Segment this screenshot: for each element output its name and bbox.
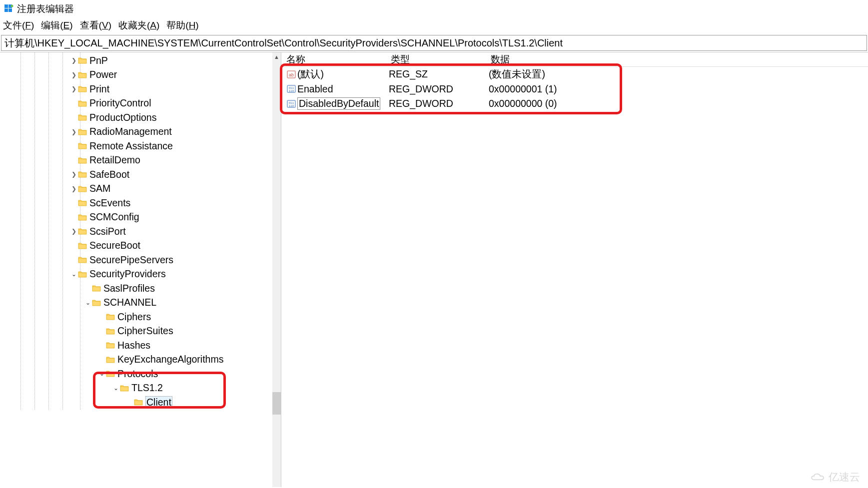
tree-item[interactable]: KeyExchangeAlgorithms xyxy=(0,353,272,367)
tree-item[interactable]: CipherSuites xyxy=(0,324,272,339)
value-row[interactable]: 011110EnabledREG_DWORD0x00000001 (1) xyxy=(281,82,868,97)
scroll-up-icon[interactable]: ▲ xyxy=(272,52,281,61)
tree-label: PnP xyxy=(89,55,108,66)
tree-item[interactable]: ❯Print xyxy=(0,82,272,96)
chevron-down-icon[interactable]: ⌄ xyxy=(84,299,92,306)
tree-item[interactable]: SecurePipeServers xyxy=(0,253,272,267)
folder-icon xyxy=(78,71,88,79)
tree-label: SecurePipeServers xyxy=(89,254,173,266)
tree-item[interactable]: Ciphers xyxy=(0,310,272,324)
chevron-down-icon[interactable]: ⌄ xyxy=(98,370,106,377)
tree-item[interactable]: Hashes xyxy=(0,338,272,353)
folder-icon xyxy=(78,199,88,207)
chevron-right-icon[interactable]: ❯ xyxy=(70,185,78,192)
chevron-down-icon[interactable]: ⌄ xyxy=(70,271,78,278)
tree-label: RetailDemo xyxy=(89,154,140,166)
folder-icon xyxy=(78,128,88,136)
tree-label: PriorityControl xyxy=(89,97,151,109)
window-title: 注册表编辑器 xyxy=(17,2,74,15)
folder-icon xyxy=(106,327,116,335)
tree-item[interactable]: ❯SafeBoot xyxy=(0,167,272,182)
address-path: 计算机\HKEY_LOCAL_MACHINE\SYSTEM\CurrentCon… xyxy=(4,36,563,50)
value-name: (默认) xyxy=(297,67,324,81)
tree-label: Print xyxy=(89,83,109,95)
tree-item[interactable]: ⌄SecurityProviders xyxy=(0,267,272,282)
tree-label: TLS1.2 xyxy=(131,382,163,394)
address-bar[interactable]: 计算机\HKEY_LOCAL_MACHINE\SYSTEM\CurrentCon… xyxy=(1,35,867,51)
tree-item[interactable]: SaslProfiles xyxy=(0,281,272,296)
chevron-right-icon[interactable]: ❯ xyxy=(70,71,78,78)
svg-rect-2 xyxy=(4,8,8,12)
tree-scrollbar[interactable]: ▲ xyxy=(272,52,281,487)
menu-help[interactable]: 帮助(H) xyxy=(166,19,198,32)
registry-tree[interactable]: ❯PnP❯Power❯PrintPriorityControlProductOp… xyxy=(0,52,272,410)
tree-label: Power xyxy=(89,69,117,80)
value-data: (数值未设置) xyxy=(489,67,868,81)
col-type[interactable]: 类型 xyxy=(389,53,489,66)
folder-icon xyxy=(78,170,88,178)
detail-pane: 名称 类型 数据 ab(默认)REG_SZ(数值未设置)011110Enable… xyxy=(281,52,868,487)
folder-icon xyxy=(134,398,144,406)
value-row[interactable]: ab(默认)REG_SZ(数值未设置) xyxy=(281,67,868,82)
tree-item[interactable]: ⌄SCHANNEL xyxy=(0,296,272,310)
tree-item[interactable]: ❯Power xyxy=(0,68,272,82)
tree-label: Ciphers xyxy=(117,311,151,323)
tree-item[interactable]: PriorityControl xyxy=(0,96,272,111)
folder-icon xyxy=(106,370,116,378)
tree-item[interactable]: ❯SAM xyxy=(0,182,272,196)
tree-label: RadioManagement xyxy=(89,126,172,137)
chevron-down-icon[interactable]: ⌄ xyxy=(112,385,120,392)
chevron-right-icon[interactable]: ❯ xyxy=(70,57,78,64)
menu-view[interactable]: 查看(V) xyxy=(80,19,111,32)
tree-item[interactable]: ❯PnP xyxy=(0,53,272,68)
tree-label: KeyExchangeAlgorithms xyxy=(117,354,223,365)
tree-item[interactable]: RetailDemo xyxy=(0,153,272,168)
tree-item[interactable]: Remote Assistance xyxy=(0,139,272,153)
value-row[interactable]: 011110DisabledByDefaultREG_DWORD0x000000… xyxy=(281,96,868,111)
value-type: REG_DWORD xyxy=(389,98,489,109)
folder-icon xyxy=(78,242,88,250)
chevron-right-icon[interactable]: ❯ xyxy=(70,228,78,235)
folder-icon xyxy=(106,356,116,364)
tree-item[interactable]: ❯RadioManagement xyxy=(0,125,272,139)
col-data[interactable]: 数据 xyxy=(489,53,868,66)
folder-icon xyxy=(78,156,88,164)
value-name: Enabled xyxy=(297,83,333,95)
tree-label: SecurityProviders xyxy=(89,268,166,280)
folder-icon xyxy=(78,113,88,121)
tree-item[interactable]: ProductOptions xyxy=(0,110,272,125)
tree-item[interactable]: SCMConfig xyxy=(0,210,272,225)
tree-item[interactable]: ⌄TLS1.2 xyxy=(0,381,272,396)
tree-item[interactable]: ⌄Protocols xyxy=(0,367,272,381)
tree-item[interactable]: ScEvents xyxy=(0,196,272,210)
watermark: 亿速云 xyxy=(810,470,860,484)
menu-favorites[interactable]: 收藏夹(A) xyxy=(118,19,159,32)
col-name[interactable]: 名称 xyxy=(281,53,389,66)
tree-item[interactable]: Client xyxy=(0,395,272,410)
tree-label: SAM xyxy=(89,183,110,194)
tree-label: SecureBoot xyxy=(89,240,140,251)
chevron-right-icon[interactable]: ❯ xyxy=(70,85,78,92)
folder-icon xyxy=(92,284,102,292)
scroll-thumb[interactable] xyxy=(272,392,281,415)
tree-pane: ❯PnP❯Power❯PrintPriorityControlProductOp… xyxy=(0,52,281,487)
svg-point-4 xyxy=(11,5,13,7)
value-type: REG_SZ xyxy=(389,68,489,80)
tree-label: SCHANNEL xyxy=(103,297,156,308)
menubar: 文件(F) 编辑(E) 查看(V) 收藏夹(A) 帮助(H) xyxy=(0,18,868,33)
menu-edit[interactable]: 编辑(E) xyxy=(41,19,72,32)
tree-item[interactable]: SecureBoot xyxy=(0,239,272,253)
tree-item[interactable]: ❯ScsiPort xyxy=(0,224,272,239)
column-headers[interactable]: 名称 类型 数据 xyxy=(281,52,868,67)
dword-value-icon: 011110 xyxy=(286,99,296,108)
chevron-right-icon[interactable]: ❯ xyxy=(70,171,78,178)
svg-rect-3 xyxy=(8,8,12,12)
value-list[interactable]: ab(默认)REG_SZ(数值未设置)011110EnabledREG_DWOR… xyxy=(281,67,868,111)
chevron-right-icon[interactable]: ❯ xyxy=(70,128,78,135)
value-type: REG_DWORD xyxy=(389,83,489,95)
value-data: 0x00000000 (0) xyxy=(489,98,868,109)
tree-label: Remote Assistance xyxy=(89,140,173,152)
menu-file[interactable]: 文件(F) xyxy=(3,19,34,32)
tree-label: ProductOptions xyxy=(89,112,156,123)
tree-label: SCMConfig xyxy=(89,211,139,223)
